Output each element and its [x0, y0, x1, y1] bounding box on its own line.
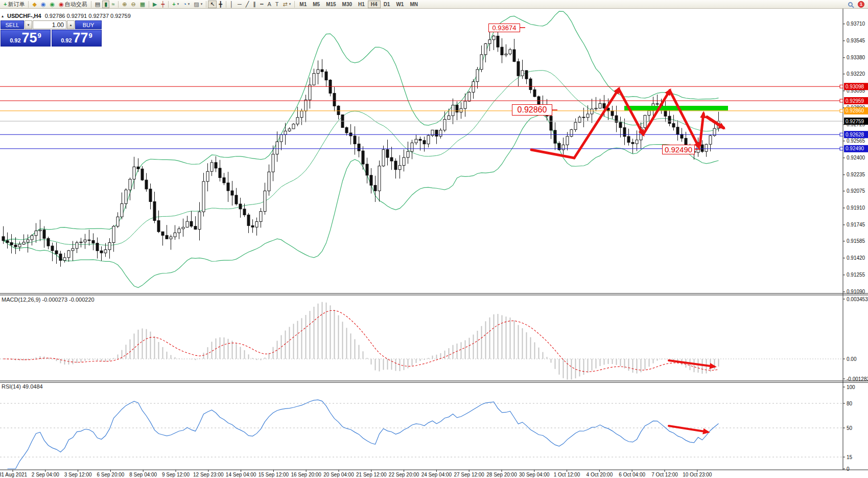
price-axis[interactable]: 0.937100.935450.933800.932200.930550.928… [840, 21, 868, 471]
search-button[interactable] [846, 1, 855, 8]
template-menu-button[interactable]: ▨▾ [192, 1, 204, 8]
sell-price-big: 75 [22, 30, 37, 46]
timeframe-button-m15[interactable]: M15 [323, 1, 339, 8]
svg-text:0.00: 0.00 [847, 356, 857, 362]
buy-button[interactable]: BUY [75, 20, 102, 29]
zoom-out-icon: ⊖ [131, 1, 135, 8]
svg-text:22 Sep 20:00: 22 Sep 20:00 [389, 472, 419, 477]
zoom-out-icon[interactable]: ⊖ [129, 1, 137, 8]
channel-icon[interactable]: ∥ [251, 1, 258, 8]
period-menu-button[interactable]: ◔▾ [181, 1, 192, 8]
timeframe-button-m5[interactable]: M5 [310, 1, 323, 8]
svg-text:8 Sep 04:00: 8 Sep 04:00 [129, 472, 157, 477]
spinner-up-icon: ▴ [70, 23, 72, 27]
svg-text:6 Oct 04:00: 6 Oct 04:00 [619, 472, 645, 477]
price-annotation-box[interactable]: 0.93674 [488, 24, 520, 32]
svg-text:31 Aug 2021: 31 Aug 2021 [0, 472, 28, 477]
svg-text:15 Sep 12:00: 15 Sep 12:00 [259, 472, 289, 477]
timeframe-button-h4[interactable]: H4 [368, 1, 381, 8]
arrows-tool-button[interactable]: ⇄▾ [281, 1, 293, 8]
symbol-name: USDCHF-,H4 [7, 13, 41, 19]
svg-text:24 Sep 04:00: 24 Sep 04:00 [421, 472, 452, 477]
svg-text:9 Sep 12:00: 9 Sep 12:00 [162, 472, 190, 477]
volume-increase-button[interactable]: ▴ [67, 20, 75, 29]
timeframe-button-d1[interactable]: D1 [381, 1, 393, 8]
community-icon: ◉ [41, 1, 46, 8]
text-icon: A [268, 1, 271, 8]
buy-price-big: 77 [73, 30, 88, 46]
zoom-in-icon[interactable]: ⊕ [120, 1, 129, 8]
volume-input[interactable]: 1.00 [33, 20, 66, 29]
svg-text:0.92490: 0.92490 [846, 146, 864, 151]
rsi-arrow[interactable] [669, 426, 708, 432]
bar-chart-icon: ▤ [95, 1, 100, 8]
fibonacci-icon[interactable]: ┅ [258, 1, 266, 8]
vertical-line-icon[interactable]: │ [228, 1, 236, 8]
price-annotation-box[interactable]: 0.92860 [512, 104, 552, 116]
strategy-tester-icon: ◆ [32, 1, 36, 8]
candlestick-chart-icon[interactable]: ▮ [102, 1, 109, 8]
horizontal-line-icon[interactable]: ─ [236, 1, 244, 8]
timeframe-button-m1[interactable]: M1 [296, 1, 310, 8]
crosshair-icon[interactable]: ╋ [217, 1, 224, 8]
sell-price-panel[interactable]: 0.92 75 9 [1, 30, 51, 47]
candlestick-chart-icon: ▮ [104, 1, 107, 8]
buy-price-panel[interactable]: 0.92 77 9 [52, 30, 102, 47]
new-order-button[interactable]: +新订单 [2, 1, 27, 8]
line-chart-icon[interactable]: ≈ [109, 1, 116, 8]
chevron-down-icon: ▾ [177, 2, 179, 6]
strategy-tester-icon[interactable]: ◆ [30, 1, 38, 8]
text-label-icon[interactable]: T [273, 1, 281, 8]
toolbar: +新订单◆◉◉◉自动交易▤▮≈⊕⊖▦▶┿+▾◔▾▨▾↖╋│─╱∥┅AT⇄▾M1M… [0, 0, 868, 9]
trendline-icon[interactable]: ╱ [244, 1, 251, 8]
svg-text:30 Sep 04:00: 30 Sep 04:00 [519, 472, 550, 477]
candles-layer [2, 27, 720, 266]
support-zone-highlight[interactable] [624, 106, 728, 110]
sell-price-prefix: 0.92 [10, 37, 20, 43]
svg-text:0.92235: 0.92235 [847, 172, 865, 177]
news-icon: ◉ [50, 1, 55, 8]
add-indicator-button[interactable]: +▾ [170, 1, 181, 8]
trade-controls-row: SELL ▾ 1.00 ▴ BUY [1, 20, 102, 29]
timeframe-button-w1[interactable]: W1 [393, 1, 407, 8]
trade-price-row: 0.92 75 9 0.92 77 9 [1, 30, 102, 47]
price-annotation-box[interactable]: 0.92490 [662, 145, 695, 154]
crosshair-icon: ╋ [219, 1, 222, 8]
tile-windows-icon[interactable]: ▦ [138, 1, 147, 8]
text-icon[interactable]: A [266, 1, 273, 8]
buy-price-prefix: 0.92 [61, 37, 72, 43]
sell-button[interactable]: SELL [1, 20, 24, 29]
trendline-icon: ╱ [246, 1, 249, 8]
timeframe-button-mn[interactable]: MN [407, 1, 421, 8]
svg-text:21 Sep 12:00: 21 Sep 12:00 [356, 472, 387, 477]
volume-decrease-button[interactable]: ▾ [25, 20, 32, 29]
chart-shift-icon[interactable]: ┿ [159, 1, 167, 8]
svg-text:0.91910: 0.91910 [847, 205, 865, 211]
notification-badge[interactable]: 1 [858, 1, 864, 8]
chart-area[interactable]: 0.937100.935450.933800.932200.930550.928… [0, 9, 868, 478]
auto-scroll-icon[interactable]: ▶ [151, 1, 159, 8]
svg-text:0.92400: 0.92400 [847, 155, 865, 161]
svg-text:-0.001283: -0.001283 [847, 376, 868, 382]
template-menu-icon: ▨ [194, 1, 199, 8]
chart-canvas[interactable]: 0.937100.935450.933800.932200.930550.928… [0, 9, 868, 478]
svg-text:0.91585: 0.91585 [847, 238, 865, 244]
trend-annotation-arrows[interactable] [520, 28, 723, 432]
text-label-icon: T [275, 1, 279, 8]
add-indicator-icon: + [172, 1, 175, 8]
auto-trading-icon: ◉ [59, 1, 64, 8]
time-axis[interactable]: 31 Aug 20212 Sep 04:003 Sep 12:006 Sep 2… [0, 470, 712, 477]
news-icon[interactable]: ◉ [48, 1, 57, 8]
svg-text:4 Oct 20:00: 4 Oct 20:00 [587, 472, 613, 477]
bar-chart-icon[interactable]: ▤ [93, 1, 102, 8]
auto-trading-button[interactable]: ◉自动交易 [57, 1, 89, 8]
svg-text:50: 50 [847, 425, 853, 431]
svg-text:0.93710: 0.93710 [847, 21, 865, 27]
toolbar-separator [226, 1, 226, 8]
search-icon [848, 2, 853, 7]
cursor-icon[interactable]: ↖ [208, 1, 217, 8]
macd-label: MACD(12,26,9) -0.000273 -0.000220 [2, 297, 95, 303]
community-icon[interactable]: ◉ [39, 1, 48, 8]
timeframe-button-h1[interactable]: H1 [355, 1, 368, 8]
timeframe-button-m30[interactable]: M30 [339, 1, 355, 8]
